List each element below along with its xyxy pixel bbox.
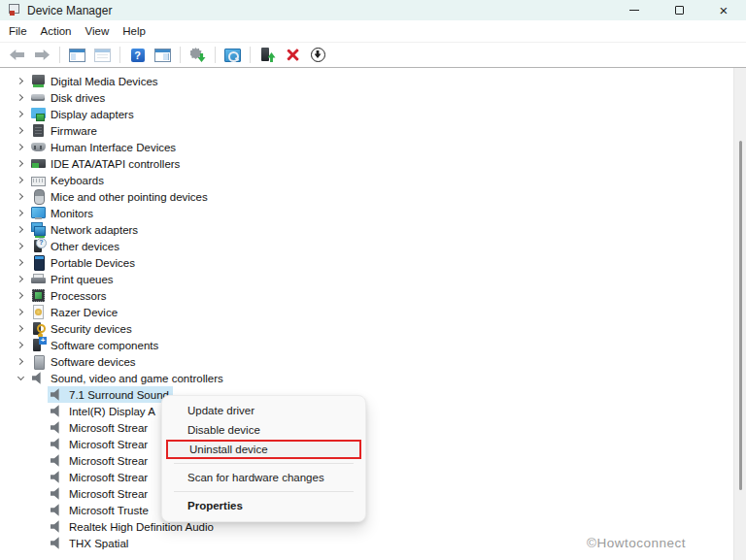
tree-item-label: Software devices [51,356,136,368]
tree-item-disk-drives[interactable]: Disk drives [0,89,746,106]
chevron-right-icon[interactable] [16,209,25,218]
menu-file[interactable]: File [2,23,34,39]
tree-item-ide-controllers[interactable]: IDE ATA/ATAPI controllers [0,155,746,172]
maximize-button[interactable] [657,0,701,20]
chevron-right-icon[interactable] [16,275,25,284]
context-menu-update-driver[interactable]: Update driver [166,401,361,420]
chevron-right-icon[interactable] [16,126,25,136]
tree-item-human-interface-devices[interactable]: Human Interface Devices [0,139,746,155]
chevron-right-icon[interactable] [16,159,25,169]
console-tree-icon [69,49,85,62]
update-driver-button[interactable] [186,45,209,66]
tree-item-monitors[interactable]: Monitors [0,205,746,221]
chevron-right-icon[interactable] [16,77,25,86]
tree-item-razer-device[interactable]: Razer Device [0,304,746,320]
context-menu-properties[interactable]: Properties [166,496,361,515]
scrollbar-thumb[interactable] [739,141,742,490]
minimize-button[interactable] [612,0,657,20]
action-pane-button[interactable] [152,45,174,66]
tree-item-microsoft-trusted[interactable]: Microsoft Truste [0,502,746,518]
mouse-icon [31,189,46,204]
chevron-right-icon[interactable] [16,176,25,185]
chevron-right-icon[interactable] [16,258,25,268]
chevron-right-icon[interactable] [16,324,25,334]
disable-device-button[interactable] [307,45,329,66]
tree-item-microsoft-streaming[interactable]: Microsoft Strear [0,469,746,485]
chevron-right-icon[interactable] [16,93,25,103]
speaker-icon [31,371,46,385]
tree-item-print-queues[interactable]: Print queues [0,271,746,287]
digital-media-icon [31,74,46,88]
forward-button[interactable] [31,45,53,66]
portable-device-icon [31,255,46,270]
context-menu-disable-device[interactable]: Disable device [166,420,361,440]
tree-item-label: Sound, video and game controllers [51,373,223,384]
close-button[interactable]: × [701,0,746,20]
speaker-icon [50,519,64,534]
menu-bar: File Action View Help [0,20,746,43]
tree-item-mice[interactable]: Mice and other pointing devices [0,188,746,205]
tree-item-label: Print queues [51,274,114,285]
tree-item-network-adapters[interactable]: Network adapters [0,221,746,238]
tree-item-processors[interactable]: Processors [0,287,746,304]
tree-item-label: Realtek High Definition Audio [69,521,214,533]
tree-item-label: Firmware [51,125,97,137]
disable-circle-icon [311,48,325,62]
tree-item-label: Network adapters [51,224,138,236]
chevron-right-icon[interactable] [16,143,25,152]
chevron-right-icon[interactable] [16,291,25,301]
tree-item-microsoft-streaming[interactable]: Microsoft Strear [0,452,746,469]
tree-item-display-adapters[interactable]: Display adapters [0,106,746,122]
chevron-down-icon[interactable] [16,374,25,383]
device-tree: Digital Media Devices Disk drives Displa… [0,68,746,551]
chevron-right-icon[interactable] [16,110,25,119]
tree-item-label: 7.1 Surround Sound [69,389,169,401]
tree-item-microsoft-streaming[interactable]: Microsoft Strear [0,419,746,436]
speaker-icon [50,453,64,468]
menu-view[interactable]: View [79,23,117,39]
device-tree-pane: Digital Media Devices Disk drives Displa… [0,68,746,560]
tree-item-label: Microsoft Strear [69,472,148,483]
tree-item-microsoft-streaming[interactable]: Microsoft Strear [0,485,746,502]
speaker-icon [50,437,64,451]
software-device-icon [31,354,46,369]
menu-action[interactable]: Action [34,23,79,39]
tree-item-software-components[interactable]: Software components [0,337,746,353]
device-update-button[interactable] [256,45,279,66]
chevron-right-icon[interactable] [16,242,25,251]
tree-item-realtek-hd-audio[interactable]: Realtek High Definition Audio [0,518,746,535]
chevron-right-icon[interactable] [16,308,25,317]
tree-item-intel-display-audio[interactable]: Intel(R) Display A [0,403,746,419]
tree-item-microsoft-streaming[interactable]: Microsoft Strear [0,436,746,452]
context-menu: Update driver Disable device Uninstall d… [161,395,366,522]
tree-item-firmware[interactable]: Firmware [0,122,746,139]
back-button[interactable] [6,45,28,66]
chevron-right-icon[interactable] [16,341,25,350]
tree-item-security-devices[interactable]: Security devices [0,320,746,337]
tree-item-digital-media-devices[interactable]: Digital Media Devices [0,73,746,89]
back-arrow-icon [10,49,24,60]
tree-item-keyboards[interactable]: Keyboards [0,172,746,188]
tree-item-label: Other devices [51,241,119,252]
window-controls: × [612,0,746,20]
razer-device-icon [31,305,46,319]
chevron-right-icon[interactable] [16,192,25,202]
tree-item-sound-video-game-controllers[interactable]: Sound, video and game controllers [0,370,746,386]
menu-help[interactable]: Help [116,23,153,39]
chevron-right-icon[interactable] [16,225,25,235]
scan-hardware-button[interactable] [221,45,244,66]
tree-item-software-devices[interactable]: Software devices [0,353,746,370]
context-menu-uninstall-device[interactable]: Uninstall device [166,440,361,459]
help-button[interactable] [126,45,149,66]
uninstall-device-button[interactable] [282,45,304,66]
chevron-right-icon[interactable] [16,357,25,367]
tree-item-portable-devices[interactable]: Portable Devices [0,254,746,271]
tree-item-label: Microsoft Strear [69,439,148,450]
tree-item-71-surround-sound[interactable]: 7.1 Surround Sound [0,386,746,403]
properties-button[interactable] [91,45,114,66]
vertical-scrollbar[interactable] [733,68,746,560]
console-tree-button[interactable] [66,45,88,66]
context-menu-scan-hardware-changes[interactable]: Scan for hardware changes [166,468,361,487]
security-device-icon [31,321,46,336]
tree-item-other-devices[interactable]: Other devices [0,238,746,254]
